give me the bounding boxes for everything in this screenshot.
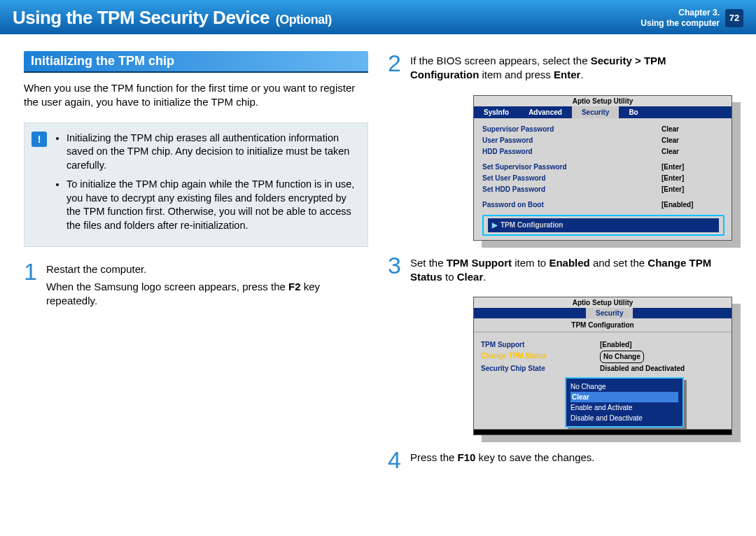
dropdown-option: Disable and Deactivate [570, 413, 678, 423]
bios2-title: Aptio Setup Utility [474, 297, 732, 308]
step3-text: Set the TPM Support item to Enabled and … [410, 256, 732, 285]
caution-icon: ! [31, 132, 47, 147]
chapter-name: Using the computer [640, 18, 720, 28]
chapter-info: Chapter 3. Using the computer 72 [640, 8, 743, 28]
page-number: 72 [729, 13, 739, 24]
bios-row: Supervisor PasswordClear [482, 124, 724, 135]
step1-line1: Restart the computer. [46, 262, 368, 276]
caution-list: Initializing the TPM chip erases all aut… [54, 132, 358, 239]
step-1: 1 Restart the computer. When the Samsung… [24, 260, 368, 311]
step-2: 2 If the BIOS screen appears, select the… [388, 51, 732, 85]
step-number: 3 [388, 253, 403, 288]
bios1-tabs: SysInfo Advanced Security Bo [474, 106, 732, 118]
title-subtitle: (Optional) [276, 13, 332, 27]
bios2-subtitle: TPM Configuration [474, 318, 732, 332]
caution-item-1: Initializing the TPM chip erases all aut… [66, 132, 358, 173]
triangle-icon: ▶ [492, 221, 498, 229]
dropdown-option-selected: Clear [570, 392, 678, 402]
bios-dropdown: No Change Clear Enable and Activate Disa… [565, 377, 684, 428]
section-heading: Initializing the TPM chip [24, 51, 368, 73]
step-3: 3 Set the TPM Support item to Enabled an… [388, 253, 732, 288]
step2-text: If the BIOS screen appears, select the S… [410, 54, 732, 83]
bios-row: Set User Password[Enter] [482, 173, 724, 184]
step-number: 2 [388, 51, 403, 85]
title-main: Using the TPM Security Device [13, 7, 270, 28]
page-number-badge: 72 [725, 9, 743, 27]
intro-text: When you use the TPM function for the fi… [24, 81, 368, 110]
bios-screenshot-2: Aptio Setup Utility Security TPM Configu… [473, 297, 732, 435]
bios2-tabrow: Security [474, 308, 732, 318]
page-header: Using the TPM Security Device (Optional)… [0, 0, 756, 34]
bios-row: Set HDD Password[Enter] [482, 184, 724, 195]
step4-text: Press the F10 key to save the changes. [410, 451, 595, 465]
bios-row: Password on Boot[Enabled] [482, 199, 724, 211]
step1-line2: When the Samsung logo screen appears, pr… [46, 280, 368, 309]
bios-row: TPM Support[Enabled] [481, 339, 724, 351]
caution-box: ! Initializing the TPM chip erases all a… [24, 122, 368, 248]
chapter-label: Chapter 3. [640, 8, 720, 17]
bios1-title: Aptio Setup Utility [474, 96, 732, 106]
right-column: 2 If the BIOS screen appears, select the… [388, 51, 732, 481]
bios-highlight-row: ▶TPM Configuration [482, 215, 724, 236]
caution-item-2: To initialize the TPM chip again while t… [66, 178, 358, 232]
step-number: 4 [388, 448, 403, 472]
step-number: 1 [24, 260, 39, 311]
bios-row: User PasswordClear [482, 135, 724, 146]
bios-row: Set Supervisor Password[Enter] [482, 162, 724, 173]
step-4: 4 Press the F10 key to save the changes. [388, 448, 732, 472]
bios-row: Security Chip StateDisabled and Deactiva… [481, 363, 724, 374]
dropdown-option: Enable and Activate [570, 402, 678, 413]
bios-screenshot-1: Aptio Setup Utility SysInfo Advanced Sec… [473, 95, 732, 241]
page-title: Using the TPM Security Device (Optional) [13, 7, 332, 29]
dropdown-option: No Change [570, 381, 678, 392]
bios-tab: Bo [619, 106, 648, 118]
bios-row: HDD PasswordClear [482, 146, 724, 157]
bios-row: Change TPM StatusNo Change [481, 351, 724, 363]
bios-tab-active: Security [572, 106, 619, 118]
left-column: Initializing the TPM chip When you use t… [24, 51, 368, 481]
bios-tab: SysInfo [474, 106, 519, 118]
bios-tab: Advanced [519, 106, 572, 118]
